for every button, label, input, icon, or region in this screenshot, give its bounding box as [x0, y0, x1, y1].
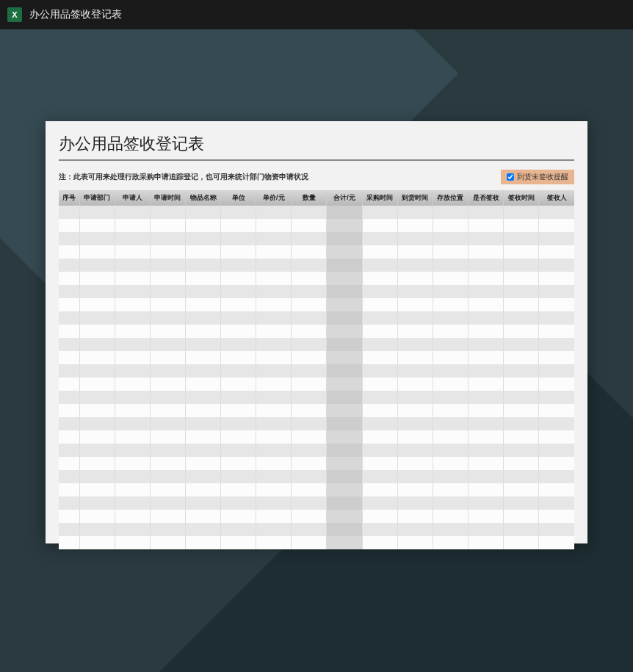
- table-cell[interactable]: [504, 457, 539, 470]
- table-cell[interactable]: [115, 285, 150, 298]
- table-cell[interactable]: [79, 510, 115, 523]
- table-cell[interactable]: [59, 206, 79, 219]
- table-cell[interactable]: [362, 470, 397, 483]
- table-cell[interactable]: [504, 536, 539, 549]
- table-cell[interactable]: [433, 430, 468, 444]
- table-cell[interactable]: [397, 391, 433, 404]
- table-cell[interactable]: [397, 219, 433, 232]
- table-cell[interactable]: [292, 523, 327, 536]
- table-cell[interactable]: [362, 285, 397, 298]
- table-cell[interactable]: [59, 272, 79, 285]
- table-cell[interactable]: [150, 483, 185, 496]
- table-cell[interactable]: [468, 470, 503, 483]
- table-cell[interactable]: [362, 259, 397, 272]
- table-cell[interactable]: [539, 457, 574, 470]
- table-cell[interactable]: [59, 338, 79, 351]
- table-cell[interactable]: [539, 444, 574, 457]
- table-cell[interactable]: [221, 364, 256, 377]
- table-cell[interactable]: [362, 457, 397, 470]
- table-cell[interactable]: [59, 259, 79, 272]
- table-cell[interactable]: [150, 404, 185, 417]
- table-cell[interactable]: [115, 232, 150, 245]
- table-cell[interactable]: [79, 245, 115, 259]
- table-cell[interactable]: [185, 523, 220, 536]
- table-cell[interactable]: [59, 377, 79, 391]
- table-cell[interactable]: [539, 285, 574, 298]
- table-cell[interactable]: [433, 232, 468, 245]
- table-cell[interactable]: [115, 259, 150, 272]
- table-cell[interactable]: [221, 417, 256, 430]
- table-cell[interactable]: [504, 298, 539, 311]
- table-cell[interactable]: [433, 259, 468, 272]
- table-cell[interactable]: [397, 496, 433, 510]
- table-cell[interactable]: [79, 377, 115, 391]
- table-cell[interactable]: [115, 311, 150, 325]
- table-cell[interactable]: [397, 351, 433, 364]
- table-cell[interactable]: [115, 457, 150, 470]
- table-cell[interactable]: [150, 219, 185, 232]
- table-cell[interactable]: [150, 391, 185, 404]
- table-cell[interactable]: [433, 219, 468, 232]
- table-cell[interactable]: [185, 325, 220, 338]
- table-cell[interactable]: [115, 496, 150, 510]
- table-cell[interactable]: [397, 338, 433, 351]
- table-cell[interactable]: [115, 351, 150, 364]
- table-cell[interactable]: [397, 311, 433, 325]
- table-cell[interactable]: [115, 483, 150, 496]
- table-cell[interactable]: [115, 417, 150, 430]
- table-cell[interactable]: [539, 272, 574, 285]
- table-cell[interactable]: [504, 483, 539, 496]
- table-cell[interactable]: [256, 510, 292, 523]
- table-cell[interactable]: [539, 536, 574, 549]
- table-cell[interactable]: [327, 457, 362, 470]
- table-cell[interactable]: [256, 206, 292, 219]
- table-cell[interactable]: [292, 444, 327, 457]
- table-cell[interactable]: [539, 325, 574, 338]
- table-cell[interactable]: [397, 523, 433, 536]
- table-cell[interactable]: [397, 377, 433, 391]
- table-cell[interactable]: [150, 259, 185, 272]
- table-cell[interactable]: [79, 351, 115, 364]
- table-cell[interactable]: [292, 470, 327, 483]
- table-cell[interactable]: [79, 391, 115, 404]
- table-cell[interactable]: [256, 470, 292, 483]
- table-cell[interactable]: [468, 259, 503, 272]
- table-cell[interactable]: [397, 364, 433, 377]
- table-cell[interactable]: [397, 510, 433, 523]
- table-cell[interactable]: [185, 338, 220, 351]
- table-cell[interactable]: [397, 245, 433, 259]
- table-cell[interactable]: [256, 404, 292, 417]
- table-cell[interactable]: [59, 298, 79, 311]
- table-cell[interactable]: [79, 404, 115, 417]
- table-cell[interactable]: [362, 404, 397, 417]
- table-cell[interactable]: [362, 430, 397, 444]
- table-cell[interactable]: [327, 245, 362, 259]
- table-cell[interactable]: [468, 338, 503, 351]
- table-cell[interactable]: [221, 219, 256, 232]
- table-cell[interactable]: [362, 536, 397, 549]
- table-cell[interactable]: [504, 206, 539, 219]
- table-cell[interactable]: [433, 206, 468, 219]
- table-cell[interactable]: [539, 523, 574, 536]
- table-cell[interactable]: [397, 285, 433, 298]
- table-cell[interactable]: [362, 338, 397, 351]
- table-cell[interactable]: [504, 444, 539, 457]
- table-cell[interactable]: [327, 496, 362, 510]
- table-cell[interactable]: [256, 391, 292, 404]
- table-cell[interactable]: [59, 430, 79, 444]
- table-cell[interactable]: [221, 404, 256, 417]
- table-cell[interactable]: [327, 232, 362, 245]
- table-cell[interactable]: [539, 232, 574, 245]
- table-cell[interactable]: [150, 523, 185, 536]
- table-cell[interactable]: [539, 298, 574, 311]
- table-cell[interactable]: [504, 325, 539, 338]
- table-cell[interactable]: [115, 444, 150, 457]
- table-cell[interactable]: [221, 470, 256, 483]
- table-cell[interactable]: [79, 536, 115, 549]
- table-cell[interactable]: [150, 536, 185, 549]
- table-cell[interactable]: [468, 417, 503, 430]
- table-cell[interactable]: [433, 457, 468, 470]
- table-cell[interactable]: [150, 245, 185, 259]
- table-cell[interactable]: [185, 404, 220, 417]
- table-cell[interactable]: [362, 391, 397, 404]
